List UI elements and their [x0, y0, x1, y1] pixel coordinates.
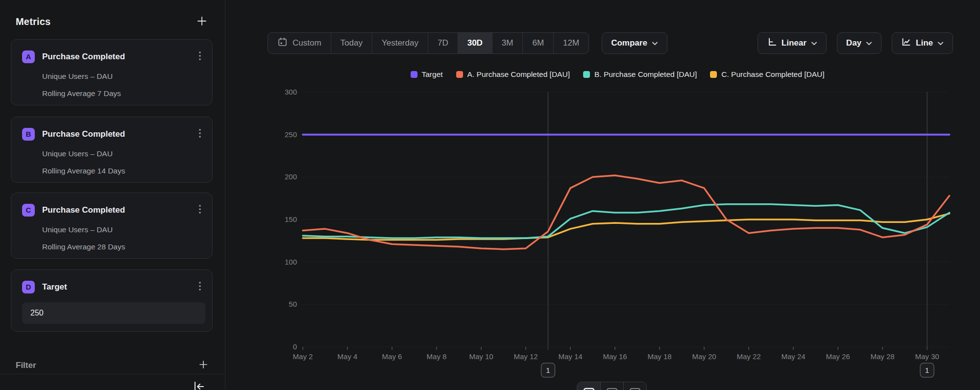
split-view-icon	[629, 388, 641, 390]
target-value-input[interactable]	[22, 302, 205, 324]
metric-menu-button[interactable]	[196, 49, 203, 64]
time-range-label: 12M	[563, 38, 579, 48]
metric-card-c[interactable]: C Purchase Completed Unique Users – DAU …	[11, 193, 213, 259]
metric-transform[interactable]: Rolling Average 28 Days	[42, 243, 203, 251]
metric-card-a[interactable]: A Purchase Completed Unique Users – DAU …	[11, 39, 213, 105]
legend-swatch-icon	[456, 71, 463, 78]
annotation-badge[interactable]: 1	[920, 363, 934, 377]
chevron-down-icon	[866, 38, 872, 48]
chart-type-button[interactable]: Line	[892, 32, 953, 54]
y-axis-label: 0	[293, 342, 297, 351]
x-axis-label: May 26	[826, 352, 850, 361]
chevron-down-icon	[652, 38, 658, 48]
time-range-6m[interactable]: 6M	[522, 33, 553, 53]
compare-label: Compare	[611, 38, 647, 48]
kebab-icon	[198, 209, 201, 216]
svg-text:1: 1	[925, 366, 929, 374]
granularity-button[interactable]: Day	[837, 32, 882, 54]
legend-swatch-icon	[583, 71, 590, 78]
target-title: Target	[42, 282, 196, 292]
time-range-3m[interactable]: 3M	[492, 33, 523, 53]
legend-label: B. Purchase Completed [DAU]	[594, 70, 697, 79]
time-range-yesterday[interactable]: Yesterday	[372, 33, 428, 53]
scale-button[interactable]: Linear	[758, 32, 827, 54]
metric-measure[interactable]: Unique Users – DAU	[42, 149, 203, 158]
x-axis-label: May 18	[647, 352, 671, 361]
scale-label: Linear	[782, 38, 807, 48]
view-toggle-group	[577, 382, 647, 390]
kebab-icon	[198, 286, 201, 293]
chart-toolbar: Custom Today Yesterday 7D 30D 3M 6M 12M …	[268, 32, 667, 54]
metric-badge: B	[22, 128, 35, 141]
target-card[interactable]: D Target	[11, 269, 213, 332]
metric-transform[interactable]: Rolling Average 7 Days	[42, 89, 203, 98]
metric-title: Purchase Completed	[42, 205, 196, 215]
target-menu-button[interactable]	[196, 280, 203, 294]
metric-card-head: A Purchase Completed	[22, 49, 203, 64]
series-line-c[interactable]	[303, 214, 950, 240]
metric-title: Purchase Completed	[42, 129, 196, 139]
sidebar-divider	[0, 374, 225, 374]
x-axis-label: May 8	[427, 352, 447, 361]
metric-menu-button[interactable]	[196, 203, 203, 217]
metric-measure[interactable]: Unique Users – DAU	[42, 72, 203, 81]
metric-badge: A	[22, 50, 35, 63]
time-range-today[interactable]: Today	[331, 33, 372, 53]
split-view-button[interactable]	[623, 382, 646, 390]
chart-legend: TargetA. Purchase Completed [DAU]B. Purc…	[274, 70, 960, 79]
time-range-custom[interactable]: Custom	[268, 33, 331, 53]
time-range-label: 6M	[532, 38, 544, 48]
kebab-icon	[198, 133, 201, 140]
compare-button[interactable]: Compare	[602, 32, 667, 54]
y-axis-label: 200	[285, 172, 297, 181]
legend-item[interactable]: C. Purchase Completed [DAU]	[710, 70, 824, 79]
time-range-label: Custom	[293, 38, 321, 48]
x-axis-label: May 28	[870, 352, 894, 361]
y-axis-label: 300	[285, 88, 297, 96]
add-metric-button[interactable]	[195, 14, 209, 30]
annotation-badge[interactable]: 1	[541, 363, 555, 377]
y-axis-label: 50	[289, 300, 297, 308]
table-view-button[interactable]	[600, 382, 623, 390]
x-axis-label: May 22	[736, 352, 760, 361]
legend-item[interactable]: B. Purchase Completed [DAU]	[583, 70, 697, 79]
plus-icon	[198, 360, 208, 371]
metric-menu-button[interactable]	[196, 127, 203, 141]
time-range-7d[interactable]: 7D	[428, 33, 458, 53]
metric-card-b[interactable]: B Purchase Completed Unique Users – DAU …	[11, 117, 213, 183]
svg-text:1: 1	[546, 366, 550, 374]
metric-transform[interactable]: Rolling Average 14 Days	[42, 167, 203, 175]
add-filter-button[interactable]	[196, 358, 210, 373]
collapse-left-icon	[193, 387, 205, 390]
x-axis-label: May 20	[692, 352, 716, 361]
legend-item[interactable]: A. Purchase Completed [DAU]	[456, 70, 570, 79]
kebab-icon	[198, 55, 201, 63]
metric-card-head: C Purchase Completed	[22, 203, 203, 217]
sidebar: Metrics A Purchase Completed Unique User…	[0, 0, 225, 390]
line-chart-icon	[901, 37, 911, 49]
plus-icon	[196, 16, 207, 28]
time-range-control: Custom Today Yesterday 7D 30D 3M 6M 12M	[268, 32, 589, 54]
time-range-label: Yesterday	[382, 38, 418, 48]
line-chart[interactable]: 050100150200250300May 2May 4May 6May 8Ma…	[274, 86, 960, 390]
time-range-30d[interactable]: 30D	[458, 33, 492, 53]
legend-swatch-icon	[411, 71, 417, 78]
legend-item[interactable]: Target	[411, 70, 443, 79]
main-area: Custom Today Yesterday 7D 30D 3M 6M 12M …	[225, 0, 980, 390]
metric-badge: C	[22, 204, 35, 217]
x-axis-label: May 24	[781, 352, 805, 361]
chart-view-button[interactable]	[577, 382, 600, 390]
chevron-down-icon	[937, 38, 944, 48]
collapse-sidebar-button[interactable]	[190, 380, 208, 390]
legend-label: C. Purchase Completed [DAU]	[721, 70, 824, 79]
time-range-12m[interactable]: 12M	[553, 33, 588, 53]
x-axis-label: May 16	[603, 352, 627, 361]
legend-label: A. Purchase Completed [DAU]	[467, 70, 570, 79]
chevron-down-icon	[811, 38, 817, 48]
legend-swatch-icon	[710, 71, 717, 78]
x-axis-label: May 4	[338, 352, 358, 361]
time-range-label: Today	[341, 38, 363, 48]
metric-measure[interactable]: Unique Users – DAU	[42, 225, 203, 234]
app-root: Metrics A Purchase Completed Unique User…	[0, 0, 980, 390]
target-badge: D	[22, 281, 35, 293]
